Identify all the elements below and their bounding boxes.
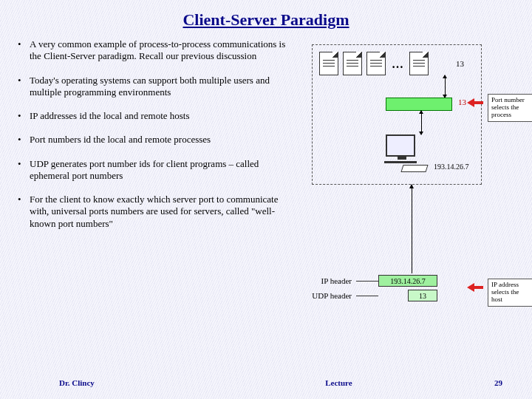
slide-body: A very common example of process-to-proc… <box>0 30 532 319</box>
bullet-item: Today's operating systems can support bo… <box>16 75 290 99</box>
arrow-headers-to-host <box>412 185 412 273</box>
process-icon <box>409 52 429 75</box>
diagram: … 13 13 193.14.26.7 Port number selects … <box>290 38 516 319</box>
udp-header-label: UDP header <box>304 291 356 300</box>
bullet-item: IP addresses id the local and remote hos… <box>16 110 290 122</box>
slide-footer: Dr. Clincy Lecture 29 <box>0 378 532 387</box>
port-label-outside: 13 <box>456 59 464 68</box>
bullet-item: UDP generates port number ids for client… <box>16 158 290 183</box>
footer-author: Dr. Clincy <box>59 378 95 387</box>
slide-title: Client-Server Paradigm <box>0 0 532 30</box>
red-arrow-icon <box>473 99 491 106</box>
udp-header-value: 13 <box>408 290 437 301</box>
callout-ip-selects-host: IP address selects the host <box>488 279 532 307</box>
process-icon <box>319 52 338 75</box>
process-icon <box>366 52 386 75</box>
bullet-item: Port numbers id the local and remote pro… <box>16 134 290 146</box>
bullet-list: A very common example of process-to-proc… <box>16 38 290 319</box>
arrow-process-to-port <box>445 75 446 98</box>
port-value-label: 13 <box>458 98 466 106</box>
bullet-item: A very common example of process-to-proc… <box>16 38 290 63</box>
port-box <box>386 98 452 111</box>
footer-page-number: 29 <box>494 378 502 387</box>
process-icon <box>343 52 362 75</box>
footer-center: Lecture <box>325 378 352 387</box>
ip-header-value: 193.14.26.7 <box>378 275 437 287</box>
computer-icon <box>386 134 427 172</box>
ip-header-label: IP header <box>304 276 356 285</box>
bullet-item: For the client to know exactly which ser… <box>16 194 290 230</box>
arrow-port-to-host <box>421 111 422 134</box>
host-ip-label: 193.14.26.7 <box>434 163 469 171</box>
red-arrow-icon <box>473 284 491 291</box>
ellipsis: … <box>390 58 405 75</box>
packet-headers: IP header 193.14.26.7 UDP header 13 <box>304 275 437 304</box>
process-icons-row: … <box>319 52 429 75</box>
callout-port-selects-process: Port number selects the process <box>488 94 532 122</box>
